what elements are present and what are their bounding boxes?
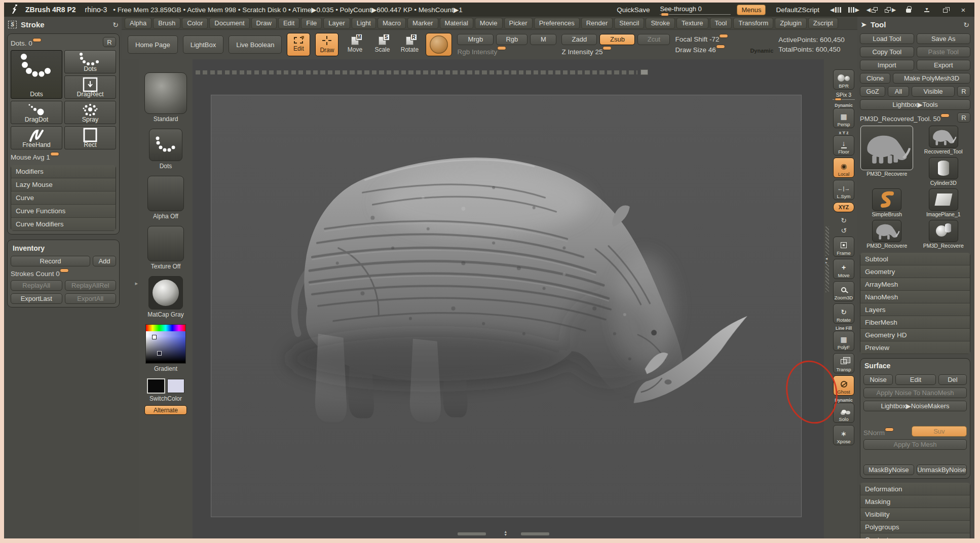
menu-document[interactable]: Document: [209, 18, 249, 29]
dock-left-icon[interactable]: ◀: [866, 5, 878, 15]
section-modifiers[interactable]: Modifiers: [11, 165, 116, 178]
rotate-mode-button[interactable]: R Rotate: [398, 36, 421, 53]
section-geometry-hd[interactable]: Geometry HD: [860, 329, 970, 341]
section-curve-modifiers[interactable]: Curve Modifiers: [11, 218, 116, 231]
lightbox-tools-button[interactable]: Lightbox▶Tools: [860, 99, 970, 110]
menu-brush[interactable]: Brush: [153, 18, 180, 29]
stroke-reset-button[interactable]: R: [103, 37, 116, 47]
export-button[interactable]: Export: [917, 60, 971, 70]
slider-handle[interactable]: [60, 268, 69, 273]
current-stroke-thumbnail[interactable]: [149, 129, 182, 161]
lightbox-noisemakers-button[interactable]: Lightbox▶NoiseMakers: [863, 401, 967, 411]
menu-stencil[interactable]: Stencil: [614, 18, 644, 29]
menu-macro[interactable]: Macro: [378, 18, 406, 29]
zadd-button[interactable]: Zadd: [561, 34, 597, 45]
section-visibility[interactable]: Visibility: [860, 508, 970, 521]
section-contact[interactable]: Contact: [860, 533, 970, 538]
edit-mode-button[interactable]: Edit: [287, 33, 310, 56]
unmask-by-noise-button[interactable]: UnmaskByNoise: [917, 464, 967, 475]
rgb-button[interactable]: Rgb: [496, 34, 527, 45]
menu-file[interactable]: File: [301, 18, 322, 29]
section-lazy-mouse[interactable]: Lazy Mouse: [11, 178, 116, 191]
menu-tool[interactable]: Tool: [710, 18, 732, 29]
persp-button[interactable]: Dynamic ▦ Persp: [833, 103, 854, 128]
local-button[interactable]: ◉ Local: [833, 158, 854, 178]
apply-to-mesh-button[interactable]: Apply To Mesh: [863, 439, 967, 450]
all-button[interactable]: All: [888, 86, 909, 97]
active-tool-slider[interactable]: PM3D_Recovered_Tool. 50: [860, 115, 955, 123]
slider-handle[interactable]: [50, 152, 59, 156]
slider-handle[interactable]: [940, 113, 950, 118]
default-zscript-button[interactable]: DefaultZScript: [772, 5, 823, 15]
dock-right-icon[interactable]: ▶: [884, 5, 896, 15]
scrollbar-arrows[interactable]: ▲▼: [504, 530, 507, 536]
move-3d-button[interactable]: + Move: [833, 259, 854, 279]
scrollbar-thumb[interactable]: [458, 532, 486, 535]
stroke-type-freehand[interactable]: FreeHand: [11, 126, 62, 149]
strokes-count-slider[interactable]: Strokes Count 0: [11, 270, 116, 278]
menu-movie[interactable]: Movie: [475, 18, 503, 29]
home-page-button[interactable]: Home Page: [128, 35, 178, 54]
menu-layer[interactable]: Layer: [323, 18, 350, 29]
document-area[interactable]: [211, 95, 802, 517]
rotate-3d-button[interactable]: ↻ Rotate: [833, 303, 854, 324]
tool-reset-button[interactable]: R: [957, 112, 970, 123]
frame-button[interactable]: Frame: [833, 237, 854, 257]
menu-zplugin[interactable]: Zplugin: [775, 18, 807, 29]
slider-handle[interactable]: [719, 34, 728, 38]
tool-thumb-pm3d-a[interactable]: PM3D_Recovere: [860, 220, 914, 249]
rotate-z-icon-button[interactable]: ↺: [841, 226, 847, 235]
stroke-type-dots-selected[interactable]: Dots: [11, 50, 62, 99]
current-material-button[interactable]: [426, 33, 452, 56]
scrollbar-thumb[interactable]: [521, 532, 549, 535]
goz-reset-button[interactable]: R: [957, 86, 970, 97]
transparency-button[interactable]: Transp: [833, 353, 854, 373]
tool-thumb-recovered[interactable]: Recovered_Tool: [917, 126, 971, 154]
xpose-button[interactable]: ∗ Xpose: [833, 425, 854, 445]
add-button[interactable]: Add: [93, 256, 116, 266]
menu-render[interactable]: Render: [581, 18, 613, 29]
main-color-swatch[interactable]: [147, 378, 165, 394]
current-texture-thumbnail[interactable]: [147, 226, 184, 261]
suv-button[interactable]: Suv: [912, 426, 967, 437]
stroke-palette-header[interactable]: S Stroke ↻: [7, 18, 120, 31]
slider-handle[interactable]: [602, 46, 612, 50]
menu-material[interactable]: Material: [440, 18, 473, 29]
noise-button[interactable]: Noise: [863, 374, 893, 385]
live-boolean-button[interactable]: Live Boolean: [229, 35, 282, 54]
color-marker[interactable]: [157, 351, 162, 356]
menu-edit[interactable]: Edit: [278, 18, 299, 29]
spix-slider[interactable]: SPix 3: [832, 92, 855, 100]
section-preview[interactable]: Preview: [860, 341, 970, 354]
copy-tool-button[interactable]: Copy Tool: [860, 47, 914, 57]
move-mode-button[interactable]: M Move: [344, 36, 366, 53]
collapse-left-tray-icon[interactable]: ◀: [830, 5, 842, 15]
rotate-y-icon-button[interactable]: ↻: [841, 216, 847, 225]
current-brush-thumbnail[interactable]: [144, 72, 187, 114]
slider-handle[interactable]: [716, 45, 725, 49]
ghost-button[interactable]: Ghost: [833, 375, 854, 396]
section-geometry[interactable]: Geometry: [860, 265, 970, 278]
canvas[interactable]: ▲▼: [193, 59, 824, 538]
menu-alpha[interactable]: Alpha: [125, 18, 152, 29]
focal-shift-slider[interactable]: Focal Shift -72: [675, 35, 761, 43]
tool-thumb-pm3d-b[interactable]: PM3D_Recovere: [917, 220, 971, 249]
menu-draw[interactable]: Draw: [251, 18, 277, 29]
apply-noise-nanomesh-button[interactable]: Apply Noise To NanoMesh: [863, 387, 967, 398]
menu-texture[interactable]: Texture: [676, 18, 708, 29]
section-fibermesh[interactable]: FiberMesh: [860, 316, 970, 329]
zoom3d-button[interactable]: Zoom3D: [833, 281, 854, 301]
color-marker[interactable]: [152, 335, 157, 339]
stroke-type-rect[interactable]: Rect: [64, 126, 116, 149]
scale-mode-button[interactable]: S Scale: [371, 36, 393, 53]
draw-mode-button[interactable]: Draw: [315, 33, 338, 56]
tool-thumb-imageplane[interactable]: ImagePlane_1: [917, 188, 971, 217]
surface-title[interactable]: Surface: [863, 362, 967, 372]
record-button[interactable]: Record: [11, 256, 90, 266]
color-picker[interactable]: [145, 324, 186, 364]
collapse-right-tray-icon[interactable]: ▶: [848, 5, 860, 15]
replay-all-rel-button[interactable]: ReplayAllRel: [65, 280, 117, 291]
secondary-color-swatch[interactable]: [167, 379, 184, 393]
tool-thumb-active[interactable]: PM3D_Recovere: [860, 126, 914, 186]
zcut-button[interactable]: Zcut: [637, 34, 670, 45]
